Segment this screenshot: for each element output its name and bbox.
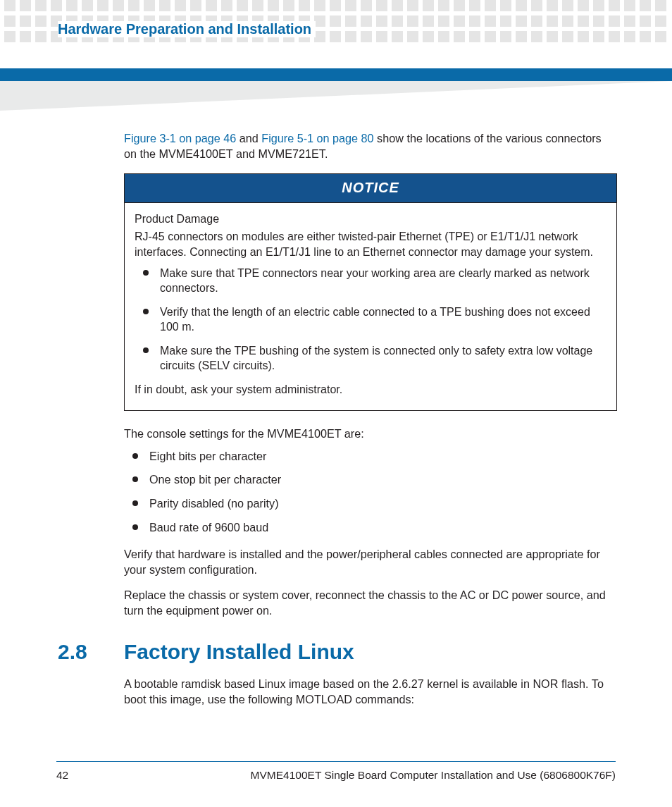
notice-bullet: Verify that the length of an electric ca… [135, 304, 606, 335]
intro-mid: and [236, 132, 261, 144]
console-settings-list: Eight bits per character One stop bit pe… [124, 449, 617, 536]
notice-bullet-list: Make sure that TPE connectors near your … [135, 266, 606, 374]
verify-paragraph: Verify that hardware is installed and th… [124, 547, 617, 578]
console-item: One stop bit per character [124, 472, 617, 488]
console-item: Baud rate of 9600 baud [124, 520, 617, 536]
notice-tail: If in doubt, ask your system administrat… [135, 382, 606, 398]
header-gray-wedge [0, 81, 672, 111]
replace-paragraph: Replace the chassis or system cover, rec… [124, 588, 617, 619]
console-settings-intro: The console settings for the MVME4100ET … [124, 426, 617, 442]
figure-5-1-link[interactable]: Figure 5-1 on page 80 [261, 132, 373, 144]
section-title-text: Factory Installed Linux [124, 640, 354, 663]
figure-3-1-link[interactable]: Figure 3-1 on page 46 [124, 132, 236, 144]
notice-bullet: Make sure that TPE connectors near your … [135, 266, 606, 296]
notice-bullet: Make sure the TPE bushing of the system … [135, 343, 606, 374]
notice-box: NOTICE Product Damage RJ-45 connectors o… [124, 173, 617, 411]
footer-rule [56, 761, 616, 763]
section-body: A bootable ramdisk based Linux image bas… [124, 677, 617, 708]
console-item: Parity disabled (no parity) [124, 496, 617, 512]
notice-subhead: Product Damage [135, 211, 606, 227]
section-number: 2.8 [58, 638, 87, 667]
page-number: 42 [56, 769, 68, 782]
page-footer: 42 MVME4100ET Single Board Computer Inst… [56, 761, 616, 782]
intro-paragraph: Figure 3-1 on page 46 and Figure 5-1 on … [124, 131, 617, 162]
page-header-title: Hardware Preparation and Installation [58, 21, 316, 37]
notice-description: RJ-45 connectors on modules are either t… [135, 229, 606, 259]
notice-heading: NOTICE [125, 174, 616, 203]
document-title: MVME4100ET Single Board Computer Install… [251, 769, 616, 782]
header-blue-bar [0, 68, 672, 81]
notice-body: Product Damage RJ-45 connectors on modul… [125, 203, 616, 410]
console-item: Eight bits per character [124, 449, 617, 464]
section-2-8-heading: 2.8 Factory Installed Linux [124, 638, 617, 667]
